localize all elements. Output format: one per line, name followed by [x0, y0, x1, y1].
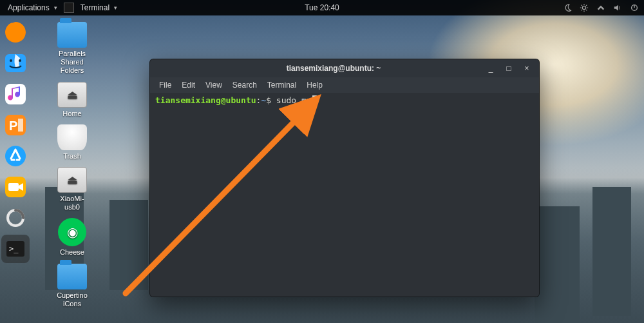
- window-close-button[interactable]: ×: [520, 63, 534, 74]
- appstore-icon[interactable]: [1, 142, 30, 170]
- terminal-body[interactable]: tiansemixiang@ubuntu:~$ sudo mv: [150, 93, 539, 297]
- menu-help[interactable]: Help: [303, 79, 327, 91]
- menu-file[interactable]: File: [155, 79, 175, 91]
- desktop-icon-cheese[interactable]: ◉ Cheese: [46, 218, 98, 257]
- terminal-command: sudo mv: [276, 95, 312, 105]
- firefox-icon[interactable]: [1, 18, 30, 46]
- svg-text:>_: >_: [9, 244, 19, 253]
- terminal-titlebar[interactable]: tiansemixiang@ubuntu: ~ _ □ ×: [150, 59, 539, 77]
- music-icon[interactable]: [1, 80, 30, 108]
- desktop-icon-label: CupertinoiCons: [46, 291, 98, 308]
- folder-icon: [57, 264, 87, 289]
- svg-rect-12: [8, 183, 19, 191]
- applications-menu[interactable]: Applications: [5, 3, 60, 12]
- desktop-icon-xiaomi-usb[interactable]: XiaoMi-usb0: [46, 167, 98, 211]
- terminal-panel-icon: [64, 3, 74, 13]
- desktop-icon-label: ParallelsSharedFolders: [46, 50, 98, 75]
- terminal-window: tiansemixiang@ubuntu: ~ _ □ × File Edit …: [149, 59, 540, 297]
- applications-label: Applications: [8, 3, 50, 12]
- top-panel: Applications Terminal Tue 20:40: [0, 0, 644, 15]
- usb-drive-icon: [57, 167, 87, 193]
- terminal-menubar: File Edit View Search Terminal Help: [150, 77, 539, 93]
- power-icon[interactable]: [630, 3, 639, 12]
- desktop-icon-cupertino-icons[interactable]: CupertinoiCons: [46, 264, 98, 308]
- folder-icon: [57, 22, 87, 48]
- svg-point-4: [10, 59, 12, 62]
- window-minimize-button[interactable]: _: [484, 63, 498, 74]
- launcher-dock: P >_: [1, 18, 31, 263]
- desktop-icon-trash[interactable]: Trash: [46, 124, 98, 161]
- menu-view[interactable]: View: [202, 79, 226, 91]
- prompt-symbol: $: [266, 95, 271, 105]
- cheese-app-icon: ◉: [58, 218, 86, 246]
- svg-point-5: [19, 59, 21, 62]
- desktop-icon-label: Trash: [46, 152, 98, 161]
- desktop-icon-parallels-shared[interactable]: ParallelsSharedFolders: [46, 22, 98, 75]
- finder-icon[interactable]: [1, 49, 30, 77]
- active-app-label: Terminal: [80, 3, 109, 12]
- active-app-menu[interactable]: Terminal: [78, 3, 120, 12]
- drive-icon: [57, 82, 87, 108]
- menu-terminal[interactable]: Terminal: [263, 79, 300, 91]
- pages-icon[interactable]: P: [1, 111, 30, 139]
- svg-rect-9: [18, 119, 23, 132]
- volume-icon[interactable]: [613, 3, 622, 12]
- trash-icon: [57, 124, 87, 150]
- desktop-icon-label: Cheese: [46, 248, 98, 257]
- desktop-icon-label: Home: [46, 110, 98, 118]
- desktop-icons: ParallelsSharedFolders Home Trash XiaoMi…: [46, 22, 104, 308]
- window-maximize-button[interactable]: □: [502, 63, 516, 74]
- prompt-user-host: tiansemixiang@ubuntu: [155, 95, 256, 105]
- svg-text:P: P: [9, 119, 17, 133]
- desktop-icon-label: XiaoMi-usb0: [46, 195, 98, 211]
- night-light-icon[interactable]: [563, 3, 572, 12]
- svg-point-0: [582, 6, 585, 9]
- menu-search[interactable]: Search: [229, 79, 261, 91]
- terminal-cursor: [312, 95, 317, 104]
- terminal-launcher-icon[interactable]: >_: [1, 235, 30, 263]
- network-icon[interactable]: [596, 3, 605, 12]
- brightness-icon[interactable]: [580, 3, 589, 12]
- desktop-icon-home[interactable]: Home: [46, 82, 98, 118]
- camera-icon[interactable]: [1, 173, 30, 201]
- spinner-icon[interactable]: [1, 204, 30, 232]
- panel-clock[interactable]: Tue 20:40: [305, 3, 339, 12]
- terminal-title: tiansemixiang@ubuntu: ~: [189, 64, 478, 73]
- menu-edit[interactable]: Edit: [178, 79, 199, 91]
